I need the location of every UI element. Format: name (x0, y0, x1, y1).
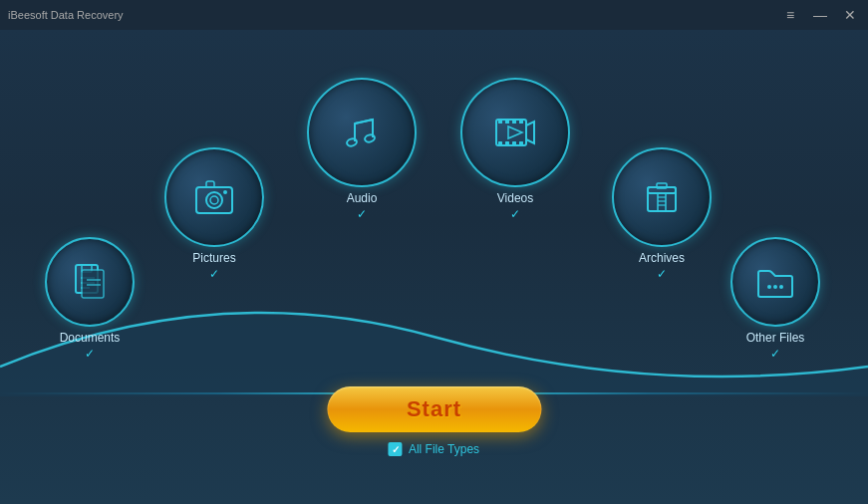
menu-button[interactable]: ≡ (780, 5, 800, 25)
close-button[interactable]: ✕ (840, 5, 860, 25)
svg-rect-19 (519, 120, 523, 124)
videos-check: ✓ (510, 207, 520, 221)
svg-point-35 (779, 285, 783, 289)
archives-check: ✓ (657, 267, 667, 281)
app-title: iBeesoft Data Recovery (8, 9, 124, 21)
pictures-label: Pictures (192, 251, 235, 265)
svg-point-13 (346, 137, 357, 146)
videos-circle (460, 78, 570, 187)
svg-rect-5 (82, 270, 104, 298)
title-bar-left: iBeesoft Data Recovery (8, 9, 124, 21)
videos-icon-group[interactable]: Videos ✓ (460, 78, 570, 221)
other-files-circle (730, 237, 820, 327)
svg-rect-18 (512, 120, 516, 124)
main-area: Documents ✓ Pictures ✓ (0, 30, 868, 504)
svg-point-11 (223, 190, 227, 194)
svg-rect-25 (648, 187, 676, 211)
other-files-check: ✓ (770, 347, 780, 361)
audio-icon-group[interactable]: Audio ✓ (307, 78, 417, 221)
svg-marker-24 (508, 126, 522, 138)
svg-point-34 (773, 285, 777, 289)
svg-rect-32 (657, 183, 667, 188)
svg-point-10 (210, 196, 218, 204)
documents-check: ✓ (85, 347, 95, 361)
audio-check: ✓ (357, 207, 367, 221)
svg-rect-22 (512, 141, 516, 145)
archives-icon-group[interactable]: Archives ✓ (612, 147, 712, 281)
svg-rect-16 (498, 120, 502, 124)
other-files-icon-group[interactable]: Other Files ✓ (730, 237, 820, 361)
svg-point-14 (364, 133, 375, 142)
start-button[interactable]: Start (327, 386, 541, 432)
svg-rect-21 (505, 141, 509, 145)
documents-label: Documents (60, 331, 121, 345)
start-button-area: Start All File Types (327, 386, 541, 456)
title-bar-controls: ≡ — ✕ (780, 5, 860, 25)
other-files-label: Other Files (746, 331, 805, 345)
svg-rect-17 (505, 120, 509, 124)
svg-line-12 (355, 120, 373, 124)
svg-rect-20 (498, 141, 502, 145)
videos-label: Videos (497, 191, 533, 205)
documents-icon-group[interactable]: Documents ✓ (45, 237, 135, 361)
minimize-button[interactable]: — (810, 5, 830, 25)
title-bar: iBeesoft Data Recovery ≡ — ✕ (0, 0, 868, 30)
all-file-types-label: All File Types (409, 442, 479, 456)
svg-point-33 (767, 285, 771, 289)
archives-circle (612, 147, 712, 247)
pictures-check: ✓ (209, 267, 219, 281)
archives-label: Archives (639, 251, 685, 265)
all-file-types-checkbox[interactable] (389, 442, 403, 456)
documents-circle (45, 237, 135, 327)
svg-point-9 (206, 192, 222, 208)
audio-label: Audio (347, 191, 378, 205)
all-file-types-row: All File Types (389, 442, 479, 456)
svg-rect-23 (519, 141, 523, 145)
audio-circle (307, 78, 417, 187)
pictures-circle (164, 147, 264, 247)
pictures-icon-group[interactable]: Pictures ✓ (164, 147, 264, 281)
